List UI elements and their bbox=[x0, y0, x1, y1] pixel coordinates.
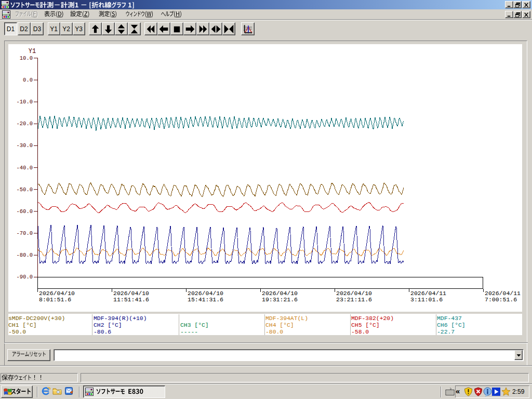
svg-text:-70.0: -70.0 bbox=[16, 230, 33, 236]
svg-text:-40.0: -40.0 bbox=[16, 165, 33, 171]
svg-text:-20.0: -20.0 bbox=[16, 121, 33, 127]
svg-text:-80.0: -80.0 bbox=[16, 252, 33, 258]
svg-text:7:00:51.6: 7:00:51.6 bbox=[485, 296, 517, 303]
svg-text:-50.0: -50.0 bbox=[16, 187, 33, 193]
svg-text:0.0: 0.0 bbox=[23, 77, 33, 83]
svg-text:Y1: Y1 bbox=[29, 48, 36, 55]
svg-text:23:21:11.6: 23:21:11.6 bbox=[336, 296, 372, 303]
svg-text:15:41:31.6: 15:41:31.6 bbox=[188, 296, 223, 303]
svg-text:3:11:01.6: 3:11:01.6 bbox=[410, 296, 443, 303]
svg-text:-10.0: -10.0 bbox=[16, 99, 33, 105]
svg-text:8:01:51.6: 8:01:51.6 bbox=[39, 296, 71, 303]
svg-text:10.0: 10.0 bbox=[20, 55, 33, 61]
svg-text:-30.0: -30.0 bbox=[16, 142, 33, 149]
svg-text:-60.0: -60.0 bbox=[16, 208, 33, 215]
svg-text:11:51:41.6: 11:51:41.6 bbox=[113, 296, 149, 303]
svg-text:19:31:21.6: 19:31:21.6 bbox=[262, 296, 298, 303]
svg-text:-90.0: -90.0 bbox=[16, 274, 33, 280]
